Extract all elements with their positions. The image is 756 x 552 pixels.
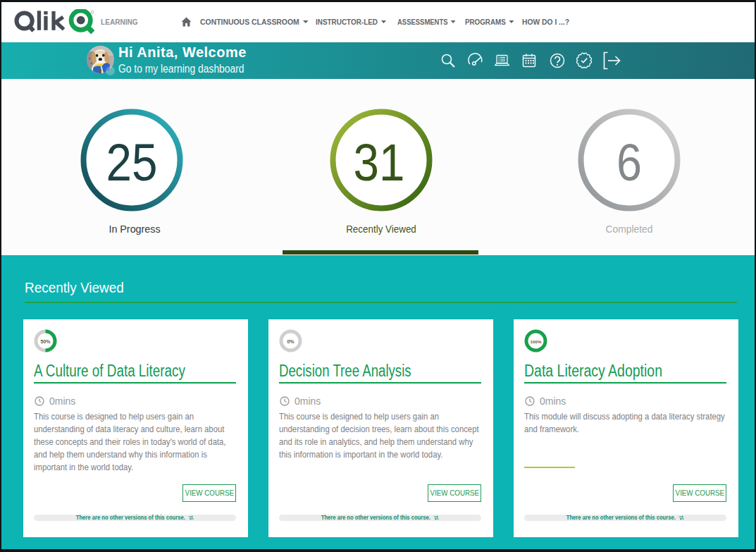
- svg-text:50%: 50%: [40, 339, 51, 344]
- svg-text:0%: 0%: [287, 339, 295, 344]
- svg-text:6: 6: [616, 133, 642, 192]
- svg-text:100%: 100%: [531, 339, 542, 344]
- svg-text:25: 25: [106, 133, 158, 192]
- svg-text:31: 31: [354, 133, 405, 192]
